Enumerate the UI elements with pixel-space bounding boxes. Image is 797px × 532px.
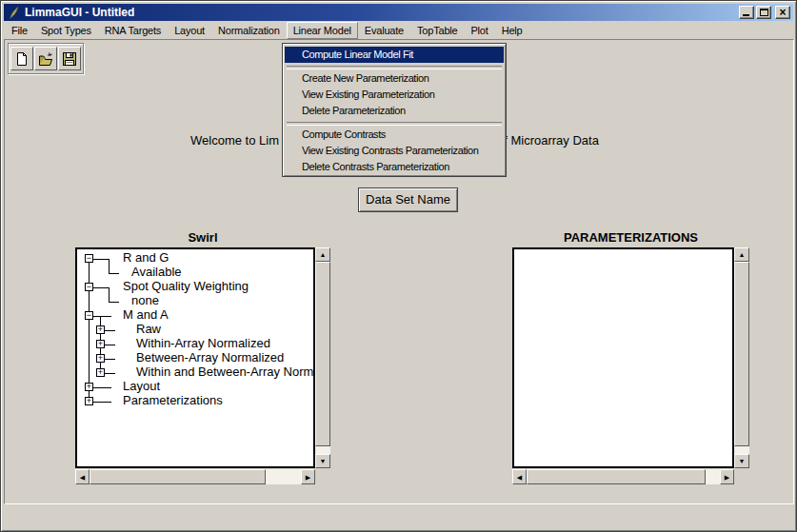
linear-model-menu: Compute Linear Model FitCreate New Param… xyxy=(282,43,507,177)
collapse-box-m-and-a[interactable]: − xyxy=(85,311,93,320)
scroll-down-icon[interactable]: ▼ xyxy=(734,454,749,468)
expand-box-within-and-between-array-norm[interactable]: + xyxy=(96,368,105,377)
app-feather-icon xyxy=(7,6,21,20)
tree-connector-line xyxy=(109,302,119,303)
menu-item-compute-contrasts[interactable]: Compute Contrasts xyxy=(285,127,504,143)
tree-connector-line xyxy=(109,287,110,302)
menu-layout[interactable]: Layout xyxy=(168,22,211,39)
tree-node-parameterizations[interactable]: Parameterizations xyxy=(123,393,223,407)
save-floppy-icon xyxy=(62,51,77,67)
menu-spot-types[interactable]: Spot Types xyxy=(34,22,98,39)
tree-connector-line xyxy=(109,259,110,273)
tree-vscroll-track[interactable] xyxy=(315,446,330,454)
data-set-name-button[interactable]: Data Set Name xyxy=(358,187,458,212)
menu-linear-model[interactable]: Linear Model xyxy=(287,22,358,39)
menu-toptable[interactable]: TopTable xyxy=(410,22,464,39)
tree-connector-line xyxy=(105,359,115,360)
tree-hscroll-track[interactable] xyxy=(266,469,301,484)
tree-connector-line xyxy=(105,373,115,374)
menu-evaluate[interactable]: Evaluate xyxy=(358,22,410,39)
tree-node-r-and-g[interactable]: R and G xyxy=(123,250,169,265)
scroll-up-icon[interactable]: ▲ xyxy=(315,247,330,262)
menu-item-view-existing-contrasts-parameterization[interactable]: View Existing Contrasts Parameterization xyxy=(285,143,504,159)
tree-connector-line xyxy=(93,316,111,317)
dataset-tree[interactable]: −R and GAvailable−Spot Quality Weighting… xyxy=(75,247,315,468)
tree-horizontal-scrollbar[interactable]: ◀ ▶ xyxy=(75,469,315,484)
menu-item-compute-linear-model-fit[interactable]: Compute Linear Model Fit xyxy=(285,47,504,63)
tree-node-layout[interactable]: Layout xyxy=(123,379,160,393)
expand-box-within-array-normalized[interactable]: + xyxy=(96,340,105,348)
menu-normalization[interactable]: Normalization xyxy=(211,22,287,39)
welcome-text-left: Welcome to Lim xyxy=(190,133,279,148)
parameterizations-list[interactable] xyxy=(512,247,734,468)
minimize-button[interactable] xyxy=(739,6,754,19)
minimize-icon xyxy=(743,14,749,16)
tree-node-spot-quality-weighting[interactable]: Spot Quality Weighting xyxy=(123,279,249,293)
param-vscroll-thumb[interactable] xyxy=(734,262,749,446)
tree-connector-line xyxy=(93,259,109,260)
tree-node-m-and-a[interactable]: M and A xyxy=(123,307,169,322)
menu-separator xyxy=(285,119,504,127)
menu-plot[interactable]: Plot xyxy=(464,22,494,39)
save-file-button[interactable] xyxy=(58,47,81,70)
toolbar xyxy=(8,43,84,74)
param-vertical-scrollbar[interactable]: ▲ ▼ xyxy=(734,247,749,468)
tree-node-none[interactable]: none xyxy=(131,293,159,307)
expand-box-parameterizations[interactable]: + xyxy=(85,397,93,405)
tree-node-available[interactable]: Available xyxy=(131,265,182,279)
tree-node-within-and-between-array-norm[interactable]: Within and Between-Array Norm xyxy=(136,365,313,379)
scroll-left-icon[interactable]: ◀ xyxy=(512,469,527,484)
scroll-down-icon[interactable]: ▼ xyxy=(315,454,330,468)
open-file-button[interactable] xyxy=(34,47,57,70)
menu-item-delete-contrasts-parameterization[interactable]: Delete Contrasts Parameterization xyxy=(285,159,504,175)
new-document-icon xyxy=(14,51,30,67)
menu-item-delete-parameterization[interactable]: Delete Parameterization xyxy=(285,103,504,119)
maximize-button[interactable] xyxy=(756,6,771,19)
collapse-box-r-and-g[interactable]: − xyxy=(85,254,93,263)
tree-node-raw[interactable]: Raw xyxy=(136,322,161,336)
tree-connector-line xyxy=(93,387,111,388)
maximize-icon xyxy=(760,9,768,16)
param-hscroll-thumb[interactable] xyxy=(527,469,706,484)
collapse-box-spot-quality-weighting[interactable]: − xyxy=(85,283,93,291)
param-vscroll-track[interactable] xyxy=(734,446,749,454)
app-window: LimmaGUI - Untitled × FileSpot TypesRNA … xyxy=(0,0,797,532)
menu-item-create-new-parameterization[interactable]: Create New Parameterization xyxy=(285,70,504,87)
tree-hscroll-thumb[interactable] xyxy=(90,469,266,484)
close-button[interactable]: × xyxy=(775,6,790,19)
tree-connector-line xyxy=(89,259,90,402)
menu-item-view-existing-parameterization[interactable]: View Existing Parameterization xyxy=(285,87,504,103)
expand-box-raw[interactable]: + xyxy=(96,325,105,334)
scroll-right-icon[interactable]: ▶ xyxy=(720,469,734,484)
welcome-text-right: of Microarray Data xyxy=(497,133,599,148)
menubar: FileSpot TypesRNA TargetsLayoutNormaliza… xyxy=(5,21,792,39)
tree-vscroll-thumb[interactable] xyxy=(315,262,330,446)
tree-node-between-array-normalized[interactable]: Between-Array Normalized xyxy=(136,350,284,365)
titlebar[interactable]: LimmaGUI - Untitled × xyxy=(4,4,793,21)
tree-connector-line xyxy=(93,402,111,403)
close-icon: × xyxy=(776,5,789,20)
param-horizontal-scrollbar[interactable]: ◀ ▶ xyxy=(512,469,734,484)
menu-file[interactable]: File xyxy=(5,22,34,39)
scroll-left-icon[interactable]: ◀ xyxy=(75,469,90,484)
new-file-button[interactable] xyxy=(10,47,33,70)
expand-box-between-array-normalized[interactable]: + xyxy=(96,354,105,363)
param-hscroll-track[interactable] xyxy=(706,469,720,484)
tree-connector-line xyxy=(105,345,115,345)
tree-connector-line xyxy=(105,330,115,331)
open-folder-icon xyxy=(38,51,53,67)
window-title: LimmaGUI - Untitled xyxy=(25,6,739,19)
tree-connector-line xyxy=(109,273,119,274)
param-panel-title: PARAMETERIZATIONS xyxy=(512,230,749,245)
expand-box-layout[interactable]: + xyxy=(85,383,93,391)
scroll-right-icon[interactable]: ▶ xyxy=(301,469,315,484)
tree-node-within-array-normalized[interactable]: Within-Array Normalized xyxy=(136,336,270,350)
tree-panel-title: Swirl xyxy=(75,230,330,245)
tree-content: −R and GAvailable−Spot Quality Weighting… xyxy=(77,249,313,466)
tree-connector-line xyxy=(93,287,109,288)
menu-help[interactable]: Help xyxy=(495,22,529,39)
menu-separator xyxy=(285,63,504,70)
scroll-up-icon[interactable]: ▲ xyxy=(734,247,749,262)
menu-rna-targets[interactable]: RNA Targets xyxy=(98,22,168,39)
tree-vertical-scrollbar[interactable]: ▲ ▼ xyxy=(315,247,330,468)
